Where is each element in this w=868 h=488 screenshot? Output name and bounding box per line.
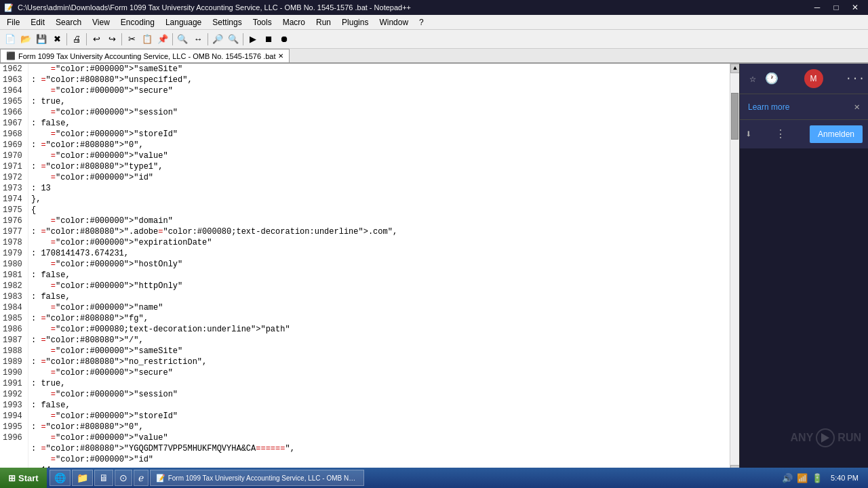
window-title: C:\Users\admin\Downloads\Form 1099 Tax U… [18,3,411,12]
menu-search[interactable]: Search [50,15,87,29]
taskbar: ⊞ Start 🌐 📁 🖥 ⊙ ℯ 📝 Form 1099 Tax Univer… [0,468,868,488]
line-num: 1987 [3,335,25,346]
scroll-track[interactable] [730,73,739,465]
menu-view[interactable]: View [87,15,115,29]
line-num: 1972 [3,172,25,183]
anyrun-play-icon [816,428,835,447]
line-num: 1993 [3,400,25,411]
code-line: ="color:#000000">"session" [31,107,727,118]
menu-bar: File Edit Search View Encoding Language … [0,15,868,30]
vertical-scrollbar[interactable]: ▲ ▼ [730,64,739,474]
toolbar: 📄 📂 💾 ✖ 🖨 ↩ ↪ ✂ 📋 📌 🔍 ↔ 🔎 🔍 ▶ ⏹ ⏺ [0,30,868,49]
code-content[interactable]: ="color:#000000">"sameSite": ="color:#80… [28,64,730,474]
paste-button[interactable]: 📌 [155,32,170,47]
menu-macro[interactable]: Macro [277,15,311,29]
find-button[interactable]: 🔍 [175,32,190,47]
menu-help[interactable]: ? [414,15,429,29]
undo-button[interactable]: ↩ [89,32,104,47]
line-num: 1979 [3,248,25,259]
learn-more-button[interactable]: Learn more [748,102,789,112]
menu-file[interactable]: File [1,15,25,29]
close-banner-button[interactable]: ✕ [854,101,860,113]
close-button[interactable]: ✕ [846,1,864,14]
folder-icon: 📁 [77,472,88,483]
side-panel: ☆ 🕐 M ··· Learn more ✕ ⬇ ⋮ Anmelden ANY … [739,64,868,474]
maximize-button[interactable]: □ [827,1,845,14]
browser-taskbar-icon[interactable]: ⊙ [115,470,132,486]
scroll-up-button[interactable]: ▲ [730,64,739,73]
stop-button[interactable]: ⏹ [261,32,276,47]
line-numbers: 1962196319641965196619671968196919701971… [0,64,28,474]
ie2-taskbar-icon[interactable]: ℯ [134,470,149,486]
line-num: 1967 [3,118,25,129]
menu-plugins[interactable]: Plugins [336,15,374,29]
more-options-icon[interactable]: ··· [848,71,863,86]
cmd-taskbar-icon[interactable]: 🖥 [94,470,113,486]
anmelden-button[interactable]: Anmelden [810,125,863,143]
anyrun-suffix: RUN [837,432,861,444]
tab-main[interactable]: ⬛ Form 1099 Tax University Accounting Se… [0,49,290,62]
save-button[interactable]: 💾 [34,32,49,47]
zoom-out-button[interactable]: 🔍 [226,32,241,47]
learn-more-banner: Learn more ✕ [740,94,868,119]
notepad-taskbar-item[interactable]: 📝 Form 1099 Tax University Accounting Se… [150,470,364,486]
new-button[interactable]: 📄 [3,32,18,47]
copy-button[interactable]: 📋 [140,32,155,47]
app-icon: 📝 [4,3,14,12]
scroll-thumb[interactable] [731,93,738,140]
close-tab-button[interactable]: ✖ [50,32,64,47]
menu-edit[interactable]: Edit [25,15,50,29]
ie-taskbar-icon[interactable]: 🌐 [50,470,71,486]
battery-icon[interactable]: 🔋 [812,473,823,483]
record-button[interactable]: ⏺ [277,32,292,47]
user-avatar[interactable]: M [804,69,823,88]
code-line: ="color:#000000">"hostOnly" [31,259,727,270]
toolbar-separator-5 [208,33,208,45]
line-num: 1968 [3,129,25,140]
zoom-in-button[interactable]: 🔎 [210,32,225,47]
menu-run[interactable]: Run [311,15,336,29]
start-button[interactable]: ⊞ Start [0,468,47,488]
line-num: 1970 [3,150,25,161]
menu-language[interactable]: Language [160,15,207,29]
code-line: ="color:#000000">"storeId" [31,129,727,140]
anyrun-text: ANY [791,432,814,444]
line-num: 1996 [3,432,25,443]
line-num: 1978 [3,237,25,248]
toolbar-separator-1 [66,33,67,45]
network-icon[interactable]: 📶 [797,473,808,483]
code-line: ="color:#000000">"secure" [31,367,727,378]
line-num: 1963 [3,75,25,85]
code-line: ="color:#000000">"httpOnly" [31,281,727,291]
menu-tools[interactable]: Tools [248,15,277,29]
code-line: ="color:#000000">"id" [31,172,727,183]
history-icon[interactable]: 🕐 [764,71,779,86]
menu-encoding[interactable]: Encoding [115,15,160,29]
code-line: ="color:#000000">"domain" [31,216,727,226]
line-num: 1980 [3,259,25,270]
replace-button[interactable]: ↔ [191,32,205,47]
tab-close-button[interactable]: ✕ [278,52,283,60]
toolbar-separator-4 [172,33,173,45]
system-tray: 🔊 📶 🔋 5:40 PM [776,473,868,483]
minimize-button[interactable]: ─ [808,1,826,14]
redo-button[interactable]: ↪ [104,32,119,47]
explorer-taskbar-icon[interactable]: 📁 [72,470,93,486]
cmd-icon: 🖥 [99,472,108,483]
run-button[interactable]: ▶ [245,32,260,47]
download-icon[interactable]: ⬇ [745,127,752,141]
speaker-icon[interactable]: 🔊 [782,473,793,483]
panel-more-icon[interactable]: ⋮ [775,127,786,141]
menu-window[interactable]: Window [374,15,414,29]
system-clock[interactable]: 5:40 PM [827,474,863,482]
line-num: 1982 [3,281,25,291]
taskbar-items: 🌐 📁 🖥 ⊙ ℯ 📝 Form 1099 Tax University Acc… [47,470,776,486]
open-button[interactable]: 📂 [18,32,33,47]
line-num: 1985 [3,313,25,324]
menu-settings[interactable]: Settings [207,15,247,29]
print-button[interactable]: 🖨 [69,32,84,47]
bookmark-icon[interactable]: ☆ [745,71,760,86]
line-num: 1971 [3,161,25,172]
cut-button[interactable]: ✂ [124,32,139,47]
line-num: 1992 [3,389,25,400]
